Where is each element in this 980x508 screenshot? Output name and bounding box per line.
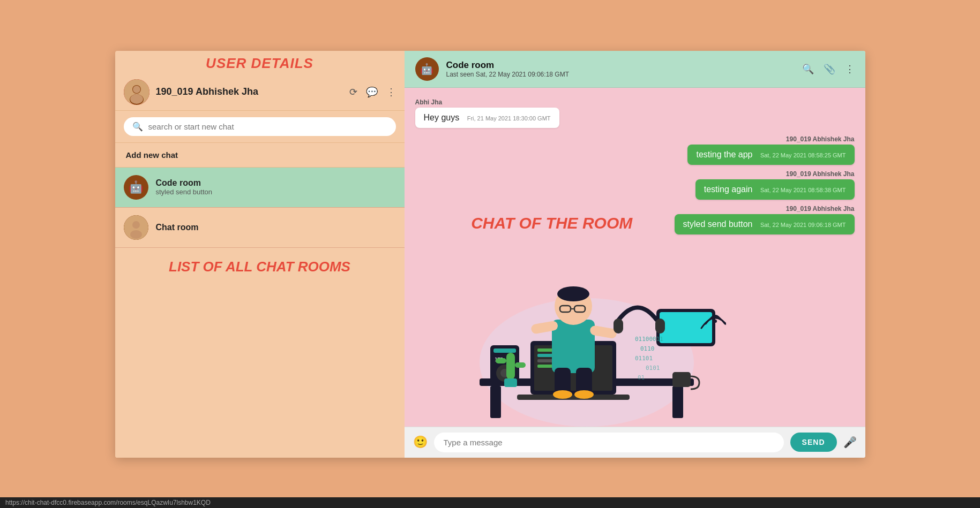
message-right: 190_019 Abhishek Jha styled send button … <box>675 205 855 234</box>
svg-rect-11 <box>672 386 683 418</box>
svg-point-4 <box>130 94 143 104</box>
attach-icon[interactable]: 📎 <box>824 63 835 75</box>
svg-rect-44 <box>496 358 506 363</box>
chat-room-name: Code room <box>446 60 795 71</box>
message-left: Abhi Jha Hey guys Fri, 21 May 2021 18:30… <box>415 98 855 128</box>
list-item[interactable]: Chat room <box>115 208 405 248</box>
message-time: Sat, 22 May 2021 09:06:18 GMT <box>760 222 846 228</box>
svg-rect-27 <box>589 325 617 339</box>
message-input[interactable] <box>434 433 784 452</box>
svg-rect-33 <box>493 348 516 353</box>
svg-point-39 <box>714 320 717 323</box>
developer-illustration: 1TB <box>447 213 726 427</box>
send-button[interactable]: SEND <box>790 433 837 452</box>
svg-rect-15 <box>537 348 580 352</box>
search-bar-wrap: 🔍 <box>115 111 405 143</box>
svg-text:01: 01 <box>638 374 645 381</box>
svg-rect-32 <box>490 345 519 384</box>
svg-text:01101: 01101 <box>635 355 653 362</box>
right-panel: 🤖 Code room Last seen Sat, 22 May 2021 0… <box>405 51 865 458</box>
search-chat-icon[interactable]: 🔍 <box>802 63 814 75</box>
list-label: LIST OF ALL CHAT ROOMS <box>115 248 405 279</box>
svg-rect-26 <box>530 320 558 334</box>
svg-rect-24 <box>574 306 585 312</box>
more-icon[interactable]: ⋮ <box>386 86 396 98</box>
chat-list: 🤖 Code room styled send button Chat room <box>115 168 405 458</box>
svg-rect-46 <box>504 378 517 387</box>
chat-header-actions: 🔍 📎 ⋮ <box>802 63 855 75</box>
message-bubble-green: testing again Sat, 22 May 2021 08:58:38 … <box>695 179 855 200</box>
search-input[interactable] <box>148 122 387 131</box>
svg-rect-10 <box>490 386 501 418</box>
svg-point-13 <box>569 342 578 346</box>
user-details-label: USER DETAILS <box>206 55 313 71</box>
room-avatar: 🤖 <box>124 175 148 200</box>
svg-point-8 <box>480 298 694 427</box>
status-bar-url: https://chit-chat-dfcc0.firebaseapp.com/… <box>5 499 211 506</box>
svg-rect-16 <box>537 354 570 357</box>
mic-icon[interactable]: 🎤 <box>843 436 857 449</box>
chat-messages-area: CHAT OF THE ROOM Abhi Jha Hey guys Fri, … <box>405 88 865 427</box>
svg-text:0110: 0110 <box>640 345 655 352</box>
chat-header: 🤖 Code room Last seen Sat, 22 May 2021 0… <box>405 51 865 88</box>
list-item[interactable]: 🤖 Code room styled send button <box>115 168 405 208</box>
svg-text:0101: 0101 <box>646 365 660 371</box>
room-name: Code room <box>156 178 396 188</box>
svg-point-21 <box>555 287 592 325</box>
svg-point-35 <box>500 369 509 377</box>
user-details-banner: USER DETAILS <box>115 51 405 74</box>
user-name: 190_019 Abhishek Jha <box>156 86 343 97</box>
svg-rect-41 <box>655 319 665 333</box>
message-icon[interactable]: 💬 <box>366 86 378 98</box>
svg-rect-28 <box>555 368 571 395</box>
avatar <box>124 79 149 105</box>
room-info: Code room styled send button <box>156 178 396 196</box>
chat-header-avatar: 🤖 <box>415 57 439 81</box>
chat-input-bar: 🙂 SEND 🎤 <box>405 427 865 458</box>
message-time: Fri, 21 May 2021 18:30:00 GMT <box>467 115 551 122</box>
header-icons: ⟳ 💬 ⋮ <box>349 86 396 98</box>
message-time: Sat, 22 May 2021 08:58:38 GMT <box>760 187 846 193</box>
svg-rect-43 <box>506 353 515 380</box>
svg-rect-37 <box>656 309 715 346</box>
svg-rect-23 <box>560 306 571 312</box>
user-header: 190_019 Abhishek Jha ⟳ 💬 ⋮ <box>115 74 405 111</box>
svg-text:1TB: 1TB <box>495 357 503 362</box>
add-new-chat-button[interactable]: Add new chat <box>115 143 405 168</box>
svg-rect-20 <box>552 320 595 373</box>
svg-rect-17 <box>537 359 591 362</box>
message-sender: Abhi Jha <box>415 98 443 106</box>
svg-rect-12 <box>530 341 616 395</box>
svg-point-22 <box>557 286 589 301</box>
room-avatar <box>124 215 148 240</box>
chat-header-status: Last seen Sat, 22 May 2021 09:06:18 GMT <box>446 71 795 78</box>
message-bubble-green: testing the app Sat, 22 May 2021 08:58:2… <box>687 145 854 165</box>
message-right: 190_019 Abhishek Jha testing the app Sat… <box>687 135 854 165</box>
message-bubble-green: styled send button Sat, 22 May 2021 09:0… <box>675 214 855 234</box>
svg-point-3 <box>133 86 140 93</box>
message-time: Sat, 22 May 2021 08:58:25 GMT <box>760 152 846 158</box>
svg-rect-19 <box>517 395 630 400</box>
svg-rect-42 <box>672 372 691 387</box>
chat-header-info: Code room Last seen Sat, 22 May 2021 09:… <box>446 60 795 78</box>
message-sender: 190_019 Abhishek Jha <box>786 170 855 178</box>
message-sender: 190_019 Abhishek Jha <box>786 205 855 213</box>
svg-rect-14 <box>534 345 612 391</box>
room-name: Chat room <box>156 223 396 232</box>
app-container: USER DETAILS 190_019 Abhishek Jha ⟳ 💬 ⋮ <box>115 51 865 458</box>
search-icon: 🔍 <box>132 122 143 132</box>
message-right: 190_019 Abhishek Jha testing again Sat, … <box>695 170 855 200</box>
svg-point-7 <box>130 230 142 239</box>
room-info: Chat room <box>156 223 396 232</box>
svg-rect-40 <box>614 319 623 333</box>
more-options-icon[interactable]: ⋮ <box>845 63 855 75</box>
message-sender: 190_019 Abhishek Jha <box>786 135 855 143</box>
left-panel: USER DETAILS 190_019 Abhishek Jha ⟳ 💬 ⋮ <box>115 51 405 458</box>
svg-point-34 <box>496 365 513 382</box>
emoji-icon[interactable]: 🙂 <box>413 435 428 449</box>
svg-rect-38 <box>660 312 712 343</box>
search-bar: 🔍 <box>124 117 396 136</box>
svg-rect-9 <box>480 378 694 386</box>
svg-point-30 <box>553 390 572 399</box>
refresh-icon[interactable]: ⟳ <box>349 86 357 98</box>
